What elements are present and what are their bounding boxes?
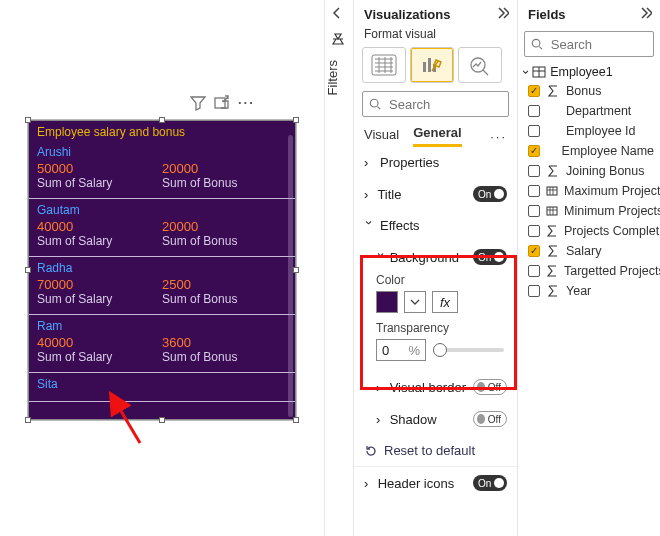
section-visual-border[interactable]: › Visual border Off	[354, 371, 517, 403]
field-item[interactable]: Year	[518, 281, 660, 301]
salary-value: 70000	[37, 277, 162, 292]
field-item[interactable]: Employee Id	[518, 121, 660, 141]
build-visual-button[interactable]	[362, 47, 406, 83]
background-toggle[interactable]: On	[473, 249, 507, 265]
section-effects[interactable]: › Effects	[354, 210, 517, 241]
field-item[interactable]: Maximum Projects	[518, 181, 660, 201]
bonus-label: Sum of Bonus	[162, 350, 287, 364]
background-color-swatch[interactable]	[376, 291, 398, 313]
visualizations-title: Visualizations	[364, 7, 450, 22]
section-header-icons[interactable]: › Header icons On	[354, 466, 517, 499]
fields-search[interactable]	[524, 31, 654, 57]
section-background[interactable]: › Background On	[354, 241, 517, 273]
filter-icon[interactable]	[190, 95, 206, 114]
format-search[interactable]	[362, 91, 509, 117]
bonus-value: 2500	[162, 277, 287, 292]
transparency-slider[interactable]	[434, 348, 504, 352]
salary-value: 40000	[37, 219, 162, 234]
bonus-value: 20000	[162, 219, 287, 234]
field-checkbox[interactable]	[528, 205, 540, 217]
field-label: Joining Bonus	[566, 164, 645, 178]
fields-search-input[interactable]	[549, 36, 647, 53]
field-checkbox[interactable]	[528, 85, 540, 97]
tabs-more-icon[interactable]: ···	[490, 129, 507, 144]
background-color-dropdown[interactable]	[404, 291, 426, 313]
multi-row-card-visual[interactable]: Employee salary and bonus Arushi50000Sum…	[28, 120, 296, 420]
bonus-label: Sum of Bonus	[162, 292, 287, 306]
chevron-right-icon: ›	[376, 380, 386, 395]
fields-title: Fields	[528, 7, 566, 22]
salary-label: Sum of Salary	[37, 350, 162, 364]
filters-pane-collapsed[interactable]: Filters	[324, 0, 354, 536]
field-checkbox[interactable]	[528, 245, 540, 257]
header-icons-toggle[interactable]: On	[473, 475, 507, 491]
salary-label: Sum of Salary	[37, 176, 162, 190]
report-canvas[interactable]: ··· Employee salary and bonus Arushi5000…	[0, 0, 350, 536]
table-icon	[532, 65, 546, 79]
field-checkbox[interactable]	[528, 285, 540, 297]
transparency-input[interactable]: 0 %	[376, 339, 426, 361]
reset-to-default[interactable]: Reset to default	[354, 435, 517, 466]
visual-scrollbar[interactable]	[288, 135, 293, 417]
field-item[interactable]: Department	[518, 101, 660, 121]
employee-name: Sita	[37, 377, 287, 391]
field-checkbox[interactable]	[528, 165, 540, 177]
background-color-fx[interactable]: fx	[432, 291, 458, 313]
field-item[interactable]: Joining Bonus	[518, 161, 660, 181]
card-row: Gautam40000Sum of Salary20000Sum of Bonu…	[29, 199, 295, 257]
section-title[interactable]: › Title On	[354, 178, 517, 210]
field-item[interactable]: Employee Name	[518, 141, 660, 161]
table-icon	[546, 185, 558, 197]
field-label: Targetted Projects	[564, 264, 660, 278]
salary-label: Sum of Salary	[37, 234, 162, 248]
field-checkbox[interactable]	[528, 125, 540, 137]
fields-pane: Fields › Employee1 BonusDepartmentEmploy…	[518, 0, 660, 536]
field-checkbox[interactable]	[528, 145, 540, 157]
chevron-down-icon: ›	[362, 221, 377, 231]
section-shadow[interactable]: › Shadow Off	[354, 403, 517, 435]
chevron-right-icon: ›	[364, 155, 374, 170]
sigma-icon	[546, 165, 560, 177]
format-search-input[interactable]	[387, 96, 502, 113]
chevron-right-icon: ›	[376, 412, 386, 427]
field-checkbox[interactable]	[528, 265, 540, 277]
svg-point-5	[532, 39, 540, 47]
salary-value: 40000	[37, 335, 162, 350]
visual-header-icons: ···	[190, 95, 255, 114]
more-icon[interactable]: ···	[238, 95, 255, 114]
collapse-pane-icon[interactable]	[495, 6, 509, 23]
field-item[interactable]: Projects Complet...	[518, 221, 660, 241]
background-color-label: Color	[354, 273, 517, 287]
tab-general[interactable]: General	[413, 125, 461, 147]
expand-filters-icon[interactable]	[325, 6, 353, 23]
field-checkbox[interactable]	[528, 185, 540, 197]
field-item[interactable]: Bonus	[518, 81, 660, 101]
analytics-button[interactable]	[458, 47, 502, 83]
tab-visual[interactable]: Visual	[364, 127, 399, 146]
salary-value: 50000	[37, 161, 162, 176]
section-properties[interactable]: › Properties	[354, 147, 517, 178]
visual-border-toggle[interactable]: Off	[473, 379, 507, 395]
format-visual-button[interactable]	[410, 47, 454, 83]
collapse-pane-icon[interactable]	[638, 6, 652, 23]
shadow-toggle[interactable]: Off	[473, 411, 507, 427]
field-item[interactable]: Targetted Projects	[518, 261, 660, 281]
card-row: Radha70000Sum of Salary2500Sum of Bonus	[29, 257, 295, 315]
sigma-icon	[546, 85, 560, 97]
bonus-value: 3600	[162, 335, 287, 350]
field-label: Employee Name	[562, 144, 654, 158]
title-toggle[interactable]: On	[473, 186, 507, 202]
field-item[interactable]: Salary	[518, 241, 660, 261]
fields-table-row[interactable]: › Employee1	[518, 61, 660, 81]
field-checkbox[interactable]	[528, 225, 540, 237]
field-item[interactable]: Minimum Projects	[518, 201, 660, 221]
visual-title: Employee salary and bonus	[29, 121, 295, 141]
chevron-right-icon: ›	[364, 187, 374, 202]
svg-rect-0	[215, 98, 225, 108]
field-checkbox[interactable]	[528, 105, 540, 117]
chevron-down-icon: ›	[374, 252, 389, 262]
field-label: Year	[566, 284, 591, 298]
field-label: Bonus	[566, 84, 601, 98]
chevron-down-icon: ›	[519, 70, 533, 74]
focus-icon[interactable]	[214, 95, 230, 114]
